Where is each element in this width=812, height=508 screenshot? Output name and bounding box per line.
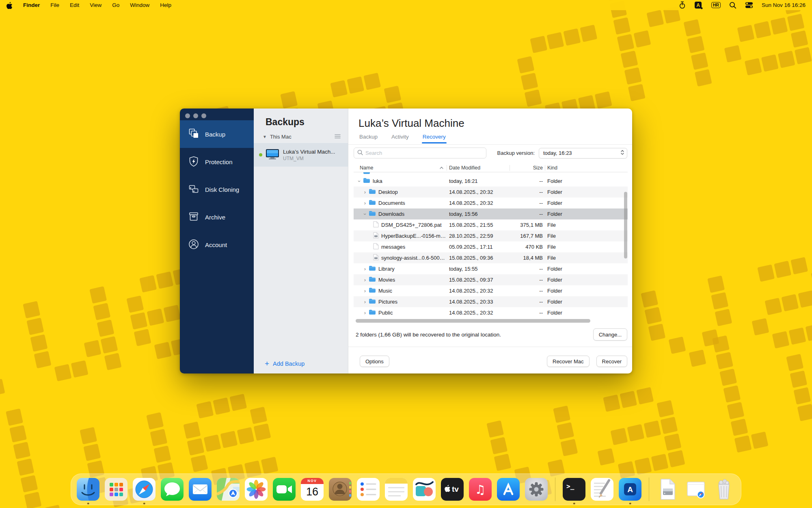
table-row-music[interactable]: ›Music14.08.2025., 20:32--Folder [354,285,628,296]
chevron-right-icon[interactable]: › [363,310,367,315]
zoom-window-button[interactable] [201,113,206,118]
dock-settings-icon[interactable] [525,478,548,501]
search-field[interactable] [354,148,486,158]
table-row-movies[interactable]: ›Movies15.08.2025., 09:37--Folder [354,274,628,285]
menu-app-name[interactable]: Finder [23,2,40,8]
footer-actions: Options Recover Mac Recover [360,356,627,367]
dock-acronis-icon[interactable]: A [619,478,641,501]
dock-safari-icon[interactable] [133,478,155,501]
table-row-public[interactable]: ›Public14.08.2025., 20:32--Folder [354,307,628,318]
dock-trash-icon[interactable] [713,478,735,501]
dock-finder-icon[interactable] [77,478,99,501]
column-header-size[interactable]: Size [510,165,545,171]
chevron-down-icon[interactable]: › [357,179,362,184]
control-center-icon[interactable] [745,1,753,9]
menu-view[interactable]: View [90,2,102,8]
dock-maps-icon[interactable] [217,478,240,501]
chevron-right-icon[interactable]: › [363,278,367,282]
dock-launchpad-icon[interactable] [105,478,127,501]
horizontal-scrollbar[interactable] [356,319,590,323]
backup-source-item[interactable]: Luka’s Virtual Mach... UTM_VM [254,143,348,167]
chevron-right-icon[interactable]: › [363,289,367,293]
file-name: Desktop [378,189,398,195]
sidebar-item-account[interactable]: Account [180,231,254,258]
table-row-pictures[interactable]: ›Pictures14.08.2025., 20:33--Folder [354,296,628,307]
window-traffic-lights[interactable] [185,113,206,118]
table-row-documents[interactable]: ›Documents14.08.2025., 20:32--Folder [354,198,628,208]
dock-browser-window-file-icon[interactable] [685,478,707,501]
folder-icon [369,276,376,283]
acronis-tray-icon[interactable] [679,1,686,9]
vertical-scrollbar[interactable] [624,192,627,258]
sidebar-item-label: Backup [205,131,225,138]
dock-dmg-file-icon[interactable] [657,478,679,501]
menu-go[interactable]: Go [112,2,119,8]
dock-messages-icon[interactable] [161,478,184,501]
menu-file[interactable]: File [50,2,59,8]
table-row-downloads[interactable]: ›Downloadstoday, 15:56--Folder [354,208,628,219]
chevron-right-icon[interactable]: › [363,190,367,195]
tab-activity[interactable]: Activity [391,134,409,143]
column-divider [510,165,510,171]
kind-cell: File [545,244,628,250]
table-row-desktop[interactable]: ›Desktop14.08.2025., 20:32--Folder [354,187,628,198]
column-header-kind[interactable]: Kind [545,165,628,171]
menu-bar-clock[interactable]: Sun Nov 16 16:26 [762,2,806,8]
apple-menu-icon[interactable] [6,2,13,9]
dock-notes-icon[interactable] [385,478,408,501]
sidebar-item-protection[interactable]: Protection [180,148,254,176]
menu-help[interactable]: Help [160,2,171,8]
dock-photos-icon[interactable] [245,478,268,501]
svg-text:♫: ♫ [475,482,486,497]
chevron-down-icon[interactable]: › [363,212,367,217]
minimize-window-button[interactable] [193,113,198,118]
chevron-right-icon[interactable]: › [363,267,367,271]
dock-terminal-icon[interactable]: >_ [563,478,585,501]
search-input[interactable] [365,150,483,156]
sidebar-item-label: Disk Cloning [205,186,239,193]
dock-mail-icon[interactable] [189,478,212,501]
options-button[interactable]: Options [360,356,389,367]
dock-contacts-icon[interactable] [329,478,352,501]
this-mac-group-row[interactable]: ▼ This Mac [254,132,348,141]
search-icon [357,150,363,156]
chevron-right-icon[interactable]: › [363,201,367,206]
table-row-luka[interactable]: ›lukatoday, 16:21--Folder [354,176,628,187]
table-row-library[interactable]: ›Librarytoday, 15:55--Folder [354,263,628,274]
chevron-right-icon[interactable]: › [363,300,367,304]
add-backup-button[interactable]: + Add Backup [265,360,304,367]
list-options-icon[interactable] [335,133,341,140]
recover-mac-button[interactable]: Recover Mac [547,356,590,367]
menu-edit[interactable]: Edit [70,2,79,8]
close-window-button[interactable] [185,113,190,118]
column-header-date-modified[interactable]: Date Modified [447,165,510,171]
dock-appstore-icon[interactable] [497,478,520,501]
recover-button[interactable]: Recover [596,356,627,367]
sidebar-item-archive[interactable]: Archive [180,203,254,231]
running-indicator-dot [629,503,631,505]
input-source-hr-badge[interactable]: HR [711,2,721,8]
tab-backup[interactable]: Backup [359,134,378,143]
column-header-name[interactable]: Name [354,165,447,171]
change-location-button[interactable]: Change... [593,328,627,341]
dock-textedit-icon[interactable] [591,478,613,501]
recovery-toolbar: Backup version: today, 16:23 [354,148,627,158]
spotlight-search-icon[interactable] [729,2,736,9]
sidebar-item-disk-cloning[interactable]: Disk Cloning [180,176,254,203]
disclosure-triangle-icon[interactable]: ▼ [263,135,267,139]
table-row-messages[interactable]: messages05.09.2025., 17:11470 KBFile [354,241,628,252]
keyboard-input-icon[interactable]: A [694,1,703,9]
dock-calendar-icon[interactable]: NOV16 [301,478,324,501]
menu-window[interactable]: Window [130,2,149,8]
sidebar-item-backup[interactable]: Backup [180,120,254,148]
table-row-synology-assist-0-6-50085-dmg[interactable]: synology-assist...0.6-50085.dmg15.08.202… [354,252,628,263]
dock-facetime-icon[interactable] [273,478,296,501]
table-row-dsm-ds425-72806-pat[interactable]: DSM_DS425+_72806.pat15.08.2025., 21:5537… [354,219,628,230]
dock-appletv-icon[interactable]: tv [441,478,464,501]
tab-recovery[interactable]: Recovery [423,134,446,143]
dock-music-icon[interactable]: ♫ [469,478,492,501]
dock-reminders-icon[interactable] [357,478,380,501]
dock-freeform-icon[interactable] [413,478,436,501]
backup-version-select[interactable]: today, 16:23 [539,148,627,158]
table-row-hyperbackupe-0156-mac-dmg[interactable]: HyperBackupE...-0156-mac.dmg28.10.2025.,… [354,230,628,241]
